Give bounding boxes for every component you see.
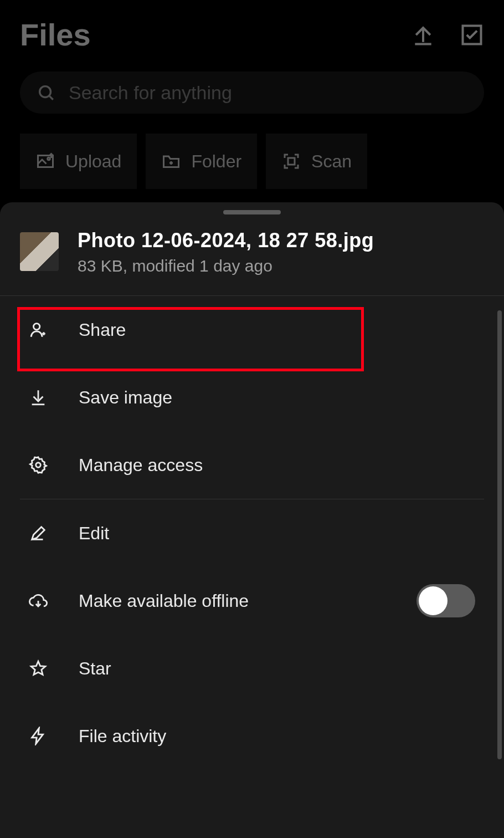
page-header: Files <box>0 0 504 53</box>
scrollbar[interactable] <box>497 310 502 759</box>
gear-icon <box>29 456 48 474</box>
menu-item-offline[interactable]: Make available offline <box>0 567 504 635</box>
menu-label-star: Star <box>79 658 111 679</box>
scan-icon <box>281 151 301 171</box>
download-icon <box>29 388 48 407</box>
offline-toggle[interactable] <box>416 584 475 617</box>
svg-point-3 <box>48 157 50 160</box>
star-icon <box>29 659 48 678</box>
upload-button-label: Upload <box>65 151 121 172</box>
file-meta: 83 KB, modified 1 day ago <box>78 257 374 275</box>
svg-rect-2 <box>38 156 53 167</box>
svg-rect-0 <box>463 25 481 44</box>
toggle-knob <box>419 586 448 615</box>
scan-button-label: Scan <box>311 151 352 172</box>
search-icon <box>37 83 55 102</box>
file-thumbnail <box>20 232 59 271</box>
menu-label-manage-access: Manage access <box>79 455 203 476</box>
sheet-drag-handle[interactable] <box>223 210 281 214</box>
quick-actions: Upload Folder Scan <box>0 114 504 189</box>
menu-item-star[interactable]: Star <box>0 635 504 702</box>
menu-label-save-image: Save image <box>79 387 172 408</box>
person-add-icon <box>29 320 48 339</box>
bolt-icon <box>29 727 48 745</box>
upload-button[interactable]: Upload <box>20 134 137 189</box>
file-action-sheet: Photo 12-06-2024, 18 27 58.jpg 83 KB, mo… <box>0 202 504 838</box>
page-title: Files <box>20 17 91 53</box>
menu-item-manage-access[interactable]: Manage access <box>0 431 504 499</box>
svg-point-6 <box>36 463 41 468</box>
menu-item-save-image[interactable]: Save image <box>0 364 504 431</box>
menu-item-file-activity[interactable]: File activity <box>0 702 504 770</box>
folder-button-label: Folder <box>191 151 241 172</box>
action-menu: Share Save image Manage access Edit <box>0 295 504 770</box>
file-info: Photo 12-06-2024, 18 27 58.jpg 83 KB, mo… <box>0 229 504 295</box>
menu-item-edit[interactable]: Edit <box>0 499 504 567</box>
search-bar[interactable]: Search for anything <box>20 71 484 114</box>
scan-button[interactable]: Scan <box>266 134 367 189</box>
image-upload-icon <box>35 151 55 171</box>
menu-item-share[interactable]: Share <box>0 296 504 364</box>
menu-label-share: Share <box>79 320 126 340</box>
header-actions <box>411 23 484 47</box>
file-name: Photo 12-06-2024, 18 27 58.jpg <box>78 229 374 252</box>
select-check-icon[interactable] <box>460 23 484 47</box>
menu-label-offline: Make available offline <box>79 591 249 611</box>
menu-label-edit: Edit <box>79 523 109 544</box>
upload-arrow-icon[interactable] <box>411 23 435 47</box>
svg-point-5 <box>34 324 40 330</box>
pencil-icon <box>29 524 48 543</box>
svg-rect-4 <box>288 158 295 165</box>
folder-button[interactable]: Folder <box>146 134 257 189</box>
folder-plus-icon <box>161 151 181 171</box>
search-placeholder: Search for anything <box>69 82 232 104</box>
cloud-download-icon <box>29 591 48 610</box>
menu-label-file-activity: File activity <box>79 726 166 747</box>
svg-point-1 <box>40 86 51 98</box>
